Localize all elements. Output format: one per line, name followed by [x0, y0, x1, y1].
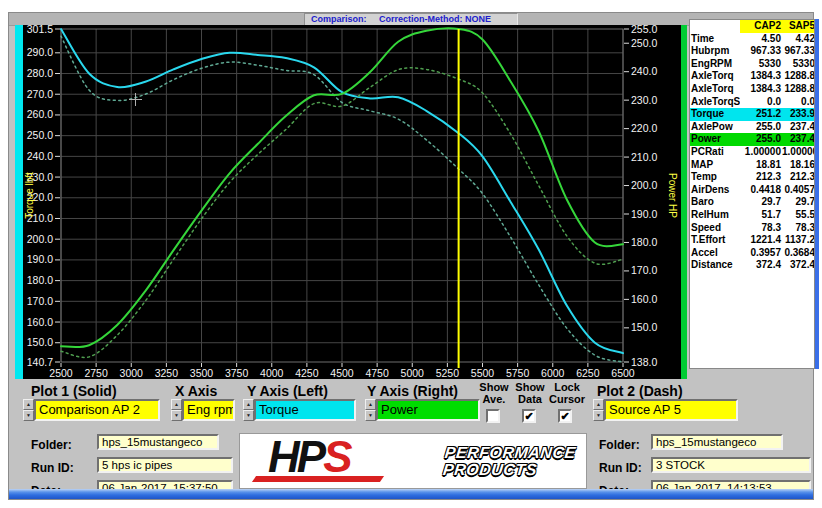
row-value: 237.4: [782, 121, 815, 134]
table-row: Hubrpm967.33967.33: [690, 45, 814, 58]
row-value: 1384.3: [740, 83, 782, 96]
folder-field-left[interactable]: hps_15mustangeco: [97, 434, 219, 450]
x-axis-spinner[interactable]: ▲ ▼: [171, 399, 182, 421]
logo-line1: PERFORMANCE: [444, 444, 577, 461]
plot2-spinner[interactable]: ▲ ▼: [593, 399, 604, 421]
show-ave-checkbox[interactable]: [486, 409, 500, 423]
svg-text:210.0: 210.0: [631, 151, 657, 163]
svg-text:3000: 3000: [120, 367, 144, 379]
row-label: Speed: [690, 222, 740, 235]
row-value: 1288.8: [782, 70, 815, 83]
column-header-sap5: SAP5: [782, 20, 815, 33]
svg-text:Power HP: Power HP: [667, 173, 678, 218]
row-label: AxleTorq: [690, 70, 740, 83]
svg-text:138.0: 138.0: [631, 356, 657, 368]
row-value: 237.4: [782, 133, 815, 146]
row-label: RelHum: [690, 209, 740, 222]
table-row: Power255.0237.4: [690, 133, 814, 146]
dyno-chart[interactable]: 301.5290.0280.0270.0260.0250.0240.0230.0…: [23, 25, 681, 379]
y-left-spinner[interactable]: ▲ ▼: [243, 399, 254, 421]
svg-text:6250: 6250: [576, 367, 600, 379]
plot1-combo[interactable]: ▲ ▼ Comparison AP 2: [23, 399, 160, 421]
window-bottom-frame: [9, 489, 813, 499]
spinner-up-icon[interactable]: ▲: [243, 399, 254, 410]
svg-text:180.0: 180.0: [27, 274, 53, 286]
row-label: Power: [690, 133, 740, 146]
spinner-down-icon[interactable]: ▼: [593, 410, 604, 421]
row-value: 212.3: [782, 171, 815, 184]
x-axis-value[interactable]: Eng rpm: [182, 399, 235, 421]
row-value: 18.81: [740, 159, 782, 172]
row-value: 0.3957: [740, 247, 782, 260]
table-row: Speed78.378.3: [690, 222, 814, 235]
spinner-down-icon[interactable]: ▼: [243, 410, 254, 421]
table-row: EngRPM53305330: [690, 58, 814, 71]
spinner-down-icon[interactable]: ▼: [171, 410, 182, 421]
row-value: 212.3: [740, 171, 782, 184]
column-header-cap2: CAP2: [740, 20, 782, 33]
runid-field-left[interactable]: 5 hps ic pipes: [97, 457, 233, 473]
hps-swoosh: [252, 476, 384, 482]
plot1-spinner[interactable]: ▲ ▼: [23, 399, 34, 421]
svg-text:190.0: 190.0: [27, 253, 53, 265]
row-label: Distance: [690, 259, 740, 272]
row-value: 1.00000: [740, 146, 782, 159]
table-row: AxleTorq1384.31288.8: [690, 83, 814, 96]
lock-cursor-checkbox[interactable]: [558, 409, 572, 423]
svg-text:240.0: 240.0: [27, 150, 53, 162]
row-value: 0.0: [782, 96, 815, 109]
row-label: MAP: [690, 159, 740, 172]
show-data-checkbox[interactable]: [522, 409, 536, 423]
row-label: Temp: [690, 171, 740, 184]
svg-text:170.0: 170.0: [27, 295, 53, 307]
svg-text:5750: 5750: [506, 367, 530, 379]
row-value: 29.7: [740, 196, 782, 209]
spinner-down-icon[interactable]: ▼: [23, 410, 34, 421]
y-right-value[interactable]: Power: [376, 399, 480, 421]
spinner-up-icon[interactable]: ▲: [23, 399, 34, 410]
spinner-up-icon[interactable]: ▲: [365, 399, 376, 410]
table-row: Temp212.3212.3: [690, 171, 814, 184]
svg-text:170.0: 170.0: [631, 264, 657, 276]
svg-text:230.0: 230.0: [631, 94, 657, 106]
lock-cursor-label: Lock Cursor: [545, 381, 589, 405]
y-right-spinner[interactable]: ▲ ▼: [365, 399, 376, 421]
svg-text:4500: 4500: [330, 367, 354, 379]
plot1-label: Plot 1 (Solid): [31, 383, 117, 399]
plot2-value[interactable]: Source AP 5: [604, 399, 738, 421]
runid-field-right[interactable]: 3 STOCK: [651, 457, 811, 473]
plot1-value[interactable]: Comparison AP 2: [34, 399, 160, 421]
svg-text:6000: 6000: [541, 367, 565, 379]
row-label: Time: [690, 33, 740, 46]
spinner-down-icon[interactable]: ▼: [365, 410, 376, 421]
row-value: 51.7: [740, 209, 782, 222]
row-value: 0.4418: [740, 184, 782, 197]
table-row: AirDens0.44180.4057: [690, 184, 814, 197]
y-left-combo[interactable]: ▲ ▼ Torque: [243, 399, 356, 421]
svg-text:280.0: 280.0: [27, 67, 53, 79]
spinner-up-icon[interactable]: ▲: [171, 399, 182, 410]
logo-line2: PRODUCTS: [442, 461, 575, 478]
row-value: 372.4: [740, 259, 782, 272]
svg-text:4250: 4250: [295, 367, 319, 379]
x-axis-combo[interactable]: ▲ ▼ Eng rpm: [171, 399, 235, 421]
svg-text:190.0: 190.0: [631, 208, 657, 220]
svg-text:200.0: 200.0: [27, 233, 53, 245]
table-row: RelHum51.755.5: [690, 209, 814, 222]
row-value: 967.33: [782, 45, 815, 58]
spinner-up-icon[interactable]: ▲: [593, 399, 604, 410]
svg-text:3250: 3250: [155, 367, 179, 379]
svg-text:270.0: 270.0: [27, 88, 53, 100]
chart-panel: 301.5290.0280.0270.0260.0250.0240.0230.0…: [15, 25, 687, 379]
table-row: Baro29.729.7: [690, 196, 814, 209]
folder-field-right[interactable]: hps_15mustangeco: [651, 434, 783, 450]
svg-text:255.0: 255.0: [631, 25, 657, 35]
hps-logo-mark: HPS: [268, 438, 418, 484]
row-value: 233.9: [782, 108, 815, 121]
table-header-row: CAP2 SAP5: [690, 20, 814, 33]
row-value: 78.3: [740, 222, 782, 235]
show-ave-label: Show Ave.: [475, 381, 513, 405]
plot2-combo[interactable]: ▲ ▼ Source AP 5: [593, 399, 738, 421]
y-right-combo[interactable]: ▲ ▼ Power: [365, 399, 480, 421]
y-left-value[interactable]: Torque: [254, 399, 356, 421]
